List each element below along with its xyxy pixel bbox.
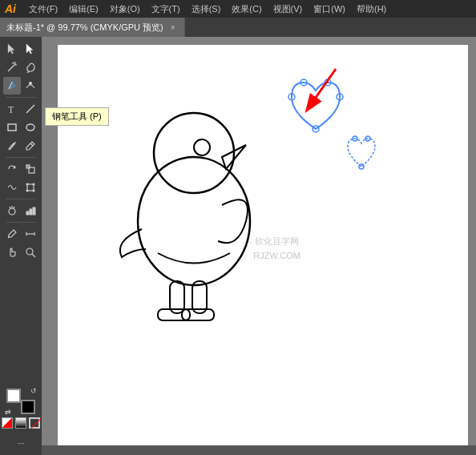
tool-row-8 — [2, 179, 40, 196]
heart-shape-small — [344, 133, 380, 171]
warp-tool[interactable] — [3, 179, 21, 196]
svg-line-10 — [26, 105, 34, 113]
toolbar-separator-3 — [6, 199, 36, 199]
svg-rect-17 — [27, 184, 34, 191]
tool-row-6 — [2, 137, 40, 155]
app-logo: Ai — [3, 2, 18, 15]
tab-bar: 未标题-1* @ 99.77% (CMYK/GPU 预览) × — [0, 18, 476, 37]
tab-label: 未标题-1* @ 99.77% (CMYK/GPU 预览) — [6, 22, 163, 34]
svg-rect-41 — [182, 309, 214, 320]
selection-tool[interactable] — [3, 40, 21, 58]
scale-tool[interactable] — [22, 160, 39, 178]
svg-point-8 — [29, 83, 31, 85]
svg-line-50 — [308, 69, 336, 109]
stroke-swatch[interactable] — [21, 400, 35, 414]
fill-swatch[interactable] — [6, 389, 21, 403]
svg-line-5 — [27, 71, 29, 73]
svg-line-25 — [10, 207, 10, 208]
svg-line-34 — [32, 254, 35, 257]
eyedropper-tool[interactable] — [3, 225, 21, 243]
ellipse-tool[interactable] — [22, 119, 39, 136]
svg-point-33 — [26, 248, 33, 255]
svg-rect-40 — [158, 309, 190, 320]
svg-point-37 — [194, 139, 210, 155]
canvas-background: 软化且字网RJZW.COM — [58, 45, 468, 447]
none-stroke-btn[interactable] — [29, 417, 40, 429]
gradient-btn[interactable] — [15, 417, 26, 429]
tool-row-7 — [2, 160, 40, 178]
menu-view[interactable]: 视图(V) — [268, 2, 308, 17]
menu-help[interactable]: 帮助(H) — [352, 2, 391, 17]
color-row: ↺ ⇄ — [6, 389, 35, 414]
document-tab[interactable]: 未标题-1* @ 99.77% (CMYK/GPU 预览) × — [0, 18, 185, 37]
color-mode-row — [2, 417, 40, 429]
menu-select[interactable]: 选择(S) — [187, 2, 226, 17]
curvature-tool[interactable] — [22, 77, 39, 95]
svg-rect-28 — [33, 207, 35, 215]
svg-point-12 — [26, 124, 34, 131]
zoom-tool[interactable] — [22, 244, 39, 261]
rectangle-tool[interactable] — [3, 119, 21, 136]
pen-tool[interactable] — [3, 77, 21, 95]
tool-row-selection — [2, 40, 40, 58]
menu-bar: Ai 文件(F) 编辑(E) 对象(O) 文字(T) 选择(S) 效果(C) 视… — [0, 0, 476, 18]
toolbar-separator-2 — [6, 157, 36, 158]
free-transform-tool[interactable] — [22, 179, 39, 196]
svg-line-4 — [14, 62, 15, 63]
svg-point-36 — [154, 113, 234, 193]
svg-text:T: T — [8, 104, 14, 115]
tool-row-9 — [2, 202, 40, 219]
main-layout: T — [0, 37, 476, 455]
tool-row-4: T — [2, 100, 40, 118]
toolbar: T — [0, 37, 42, 455]
menu-effect[interactable]: 效果(C) — [227, 2, 266, 17]
magic-wand-tool[interactable] — [3, 58, 21, 76]
menu-items: 文件(F) 编辑(E) 对象(O) 文字(T) 选择(S) 效果(C) 视图(V… — [24, 2, 391, 17]
direct-selection-tool[interactable] — [22, 40, 39, 58]
svg-line-29 — [8, 236, 10, 238]
menu-text[interactable]: 文字(T) — [147, 2, 185, 17]
paintbrush-tool[interactable] — [3, 137, 21, 155]
menu-object[interactable]: 对象(O) — [105, 2, 145, 17]
svg-line-0 — [8, 65, 14, 71]
swap-colors[interactable]: ⇄ — [5, 408, 11, 416]
menu-edit[interactable]: 编辑(E) — [64, 2, 103, 17]
menu-window[interactable]: 窗口(W) — [309, 2, 350, 17]
svg-point-20 — [26, 190, 28, 191]
pencil-tool[interactable] — [22, 137, 39, 155]
svg-line-13 — [30, 143, 33, 146]
canvas-area[interactable]: 软化且字网RJZW.COM — [42, 37, 476, 455]
svg-point-22 — [9, 208, 15, 215]
svg-point-19 — [33, 183, 34, 185]
measure-tool[interactable] — [22, 225, 39, 243]
symbol-sprayer-tool[interactable] — [3, 202, 21, 219]
reset-colors[interactable]: ↺ — [30, 387, 37, 395]
svg-point-35 — [138, 157, 250, 285]
none-fill-btn[interactable] — [2, 417, 13, 429]
column-graph-tool[interactable] — [22, 202, 39, 219]
tool-row-10 — [2, 225, 40, 243]
tool-row-11 — [2, 244, 40, 261]
lasso-tool[interactable] — [22, 58, 39, 76]
menu-file[interactable]: 文件(F) — [24, 2, 63, 17]
tool-row-5 — [2, 119, 40, 136]
line-tool[interactable] — [22, 100, 39, 118]
tool-row-2 — [2, 58, 40, 76]
toolbar-separator-4 — [6, 222, 36, 223]
svg-point-18 — [26, 183, 28, 185]
hand-tool[interactable] — [3, 244, 21, 261]
tool-row-pen — [2, 77, 40, 95]
rotate-tool[interactable] — [3, 160, 21, 178]
svg-point-21 — [33, 190, 34, 191]
type-tool[interactable]: T — [3, 100, 21, 118]
svg-rect-26 — [26, 211, 29, 215]
toolbar-separator-1 — [6, 97, 36, 98]
red-arrow — [284, 65, 340, 121]
svg-line-24 — [14, 207, 14, 208]
toolbar-bottom: ↺ ⇄ — [2, 385, 40, 432]
svg-rect-11 — [8, 124, 16, 131]
horizontal-scrollbar[interactable] — [42, 445, 476, 455]
tab-close-button[interactable]: × — [168, 22, 178, 32]
more-tools-button[interactable]: ··· — [12, 434, 30, 452]
svg-rect-27 — [30, 209, 32, 215]
